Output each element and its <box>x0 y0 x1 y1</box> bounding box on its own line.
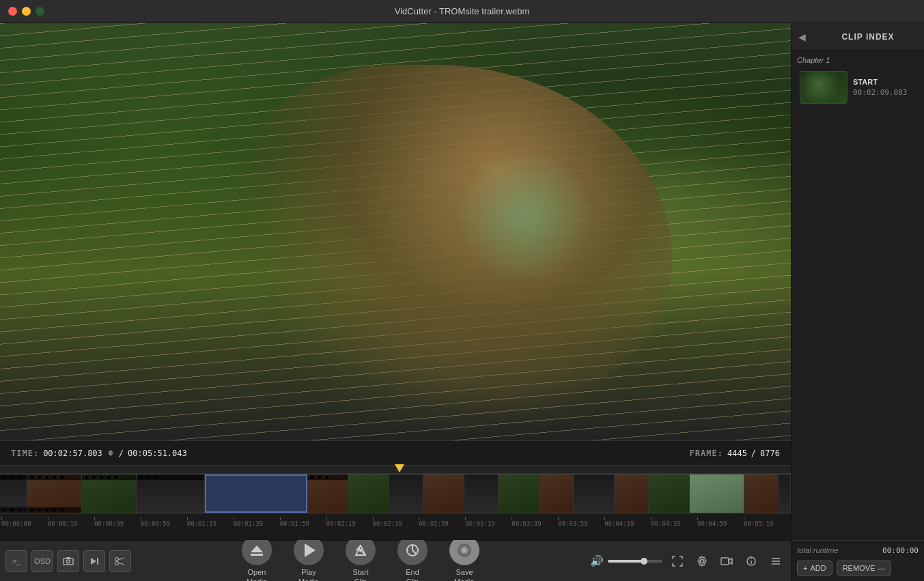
clip-thumbnail <box>800 71 848 104</box>
svg-marker-23 <box>729 558 732 564</box>
clip-add-button[interactable]: + ADD <box>797 561 832 576</box>
osd-label: OSD <box>34 557 51 565</box>
time-label: TIME: <box>11 449 39 458</box>
record-icon <box>456 542 473 558</box>
clip-index-back-button[interactable]: ◀ <box>792 23 812 51</box>
start-clip-button[interactable]: StartClip <box>340 535 381 581</box>
open-media-button[interactable]: OpenMedia <box>236 535 277 581</box>
save-media-button[interactable]: SaveMedia <box>444 535 485 581</box>
clip-remove-button[interactable]: REMOVE — <box>837 561 892 576</box>
add-label: ADD <box>810 564 826 572</box>
osd-button[interactable]: OSD <box>31 550 53 572</box>
ruler-mark: 00:04:39 <box>649 517 696 527</box>
time-separator: / <box>119 449 124 458</box>
svg-marker-9 <box>251 545 263 552</box>
ruler-mark: 00:02:19 <box>325 517 372 527</box>
list-view-button[interactable] <box>766 552 785 571</box>
current-time: 00:02:57.803 <box>43 449 102 458</box>
play-media-button[interactable]: PlayMedia <box>288 535 329 581</box>
volume-slider[interactable] <box>608 560 662 563</box>
ruler-mark: 00:02:59 <box>417 517 464 527</box>
clip-info: START 00:02:09.083 <box>853 71 916 104</box>
total-duration: 00:05:51.043 <box>128 449 187 458</box>
svg-line-7 <box>118 558 124 560</box>
scrubber-handle[interactable] <box>395 464 404 472</box>
clip-thumb-image <box>800 72 847 103</box>
video-frame <box>0 23 791 440</box>
minimize-button[interactable] <box>22 7 31 16</box>
settings-button[interactable] <box>692 552 712 571</box>
svg-rect-2 <box>66 557 70 559</box>
timeline-scrubber[interactable] <box>0 466 791 474</box>
volume-icon: 🔊 <box>590 554 604 567</box>
clip-type: START <box>853 78 916 86</box>
plus-icon: + <box>803 564 807 572</box>
svg-point-26 <box>751 558 752 559</box>
video-player[interactable] <box>0 23 791 440</box>
skip-end-icon <box>89 556 99 566</box>
clip-index-header: ◀ CLIP INDEX <box>792 23 924 51</box>
svg-rect-22 <box>721 558 729 565</box>
controls-bar: >_ OSD <box>0 540 791 581</box>
ruler-ticks: 00:00:0000:00:1900:00:3900:00:5900:01:19… <box>0 515 791 528</box>
fullscreen-button[interactable] <box>668 552 687 571</box>
close-button[interactable] <box>8 7 17 16</box>
film-segment <box>0 474 27 513</box>
timeline-ruler: 00:00:0000:00:1900:00:3900:00:5900:01:19… <box>0 513 791 530</box>
ruler-mark: 00:04:19 <box>603 517 649 527</box>
film-segment <box>499 474 540 513</box>
ruler-mark: 00:03:59 <box>557 517 603 527</box>
ruler-mark: 00:04:59 <box>696 517 742 527</box>
clip-item[interactable]: START 00:02:09.083 <box>797 68 919 107</box>
ruler-mark: 00:03:39 <box>510 517 557 527</box>
volume-thumb <box>641 558 647 565</box>
status-left: TIME: 00:02:57.803 / 00:05:51.043 <box>11 449 187 458</box>
titlebar: VidCutter - TROMsite trailer.webm <box>0 0 924 23</box>
window-controls <box>8 7 44 16</box>
film-segment <box>690 474 744 513</box>
svg-rect-10 <box>251 554 263 556</box>
status-bar: TIME: 00:02:57.803 / 00:05:51.043 FRAME:… <box>0 440 791 465</box>
app-title: VidCutter - TROMsite trailer.webm <box>395 6 529 16</box>
status-right: FRAME: 4445 / 8776 <box>690 449 780 458</box>
ruler-mark: 00:01:59 <box>279 517 325 527</box>
timeline-area[interactable]: 00:00:0000:00:1900:00:3900:00:5900:01:19… <box>0 465 791 540</box>
film-segment <box>423 474 464 513</box>
play-icon <box>305 543 316 557</box>
total-runtime-row: total runtime 00:00:00 <box>797 546 919 555</box>
scissors-icon <box>115 556 126 566</box>
film-segment <box>540 474 574 513</box>
ruler-mark: 00:03:19 <box>464 517 510 527</box>
minus-icon: — <box>878 564 885 572</box>
maximize-button[interactable] <box>36 7 44 16</box>
save-media-label: SaveMedia <box>454 568 475 581</box>
svg-point-5 <box>115 557 119 561</box>
svg-line-8 <box>118 563 124 565</box>
video-area: TIME: 00:02:57.803 / 00:05:51.043 FRAME:… <box>0 23 791 581</box>
video-settings-button[interactable] <box>717 552 736 571</box>
film-segment <box>744 474 779 513</box>
current-frame: 4445 <box>727 449 747 458</box>
film-segment <box>649 474 690 513</box>
film-segment <box>82 474 137 513</box>
svg-line-17 <box>412 550 417 554</box>
filmstrip[interactable] <box>0 474 791 513</box>
film-segment-selected <box>205 474 307 513</box>
ruler-mark: 00:00:39 <box>93 517 139 527</box>
start-clip-icon <box>353 543 368 558</box>
clip-actions: + ADD REMOVE — <box>797 561 919 576</box>
screenshot-button[interactable] <box>57 550 79 572</box>
ruler-mark: 00:00:19 <box>46 517 93 527</box>
terminal-button[interactable]: >_ <box>5 550 27 572</box>
sidebar: ◀ CLIP INDEX Chapter 1 START 00:02:09.08… <box>791 23 924 581</box>
runtime-label: total runtime <box>797 546 839 555</box>
clip-index-title: CLIP INDEX <box>812 32 924 42</box>
end-clip-button[interactable]: EndClip <box>392 535 433 581</box>
skip-end-button[interactable] <box>83 550 105 572</box>
back-arrow-icon: ◀ <box>798 31 806 42</box>
time-stepper[interactable] <box>108 450 113 456</box>
total-frames: 8776 <box>760 449 780 458</box>
cut-button[interactable] <box>109 550 131 572</box>
info-icon <box>746 556 756 566</box>
info-button[interactable] <box>742 552 761 571</box>
